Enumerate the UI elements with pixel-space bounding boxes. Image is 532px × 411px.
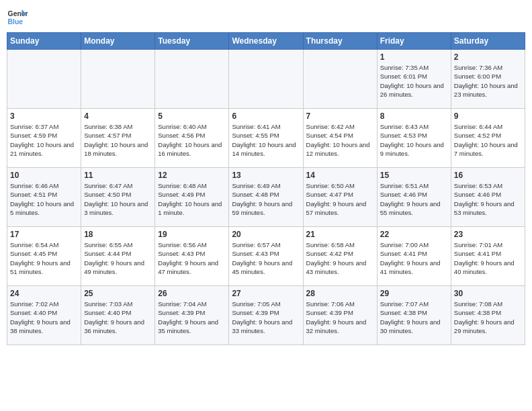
calendar-cell: 30Sunrise: 7:08 AM Sunset: 4:38 PM Dayli…	[451, 286, 525, 345]
calendar-week-4: 17Sunrise: 6:54 AM Sunset: 4:45 PM Dayli…	[7, 227, 525, 286]
day-info: Sunrise: 6:37 AM Sunset: 4:59 PM Dayligh…	[10, 122, 78, 158]
weekday-header-sunday: Sunday	[7, 33, 81, 50]
day-info: Sunrise: 6:58 AM Sunset: 4:42 PM Dayligh…	[306, 240, 374, 276]
day-info: Sunrise: 6:55 AM Sunset: 4:44 PM Dayligh…	[84, 240, 152, 276]
calendar-cell: 29Sunrise: 7:07 AM Sunset: 4:38 PM Dayli…	[377, 286, 451, 345]
day-info: Sunrise: 7:03 AM Sunset: 4:40 PM Dayligh…	[84, 300, 152, 335]
weekday-header-friday: Friday	[377, 33, 451, 50]
weekday-header-tuesday: Tuesday	[155, 33, 229, 50]
day-number: 19	[158, 230, 226, 239]
day-number: 7	[306, 111, 374, 121]
calendar-cell: 15Sunrise: 6:51 AM Sunset: 4:46 PM Dayli…	[377, 168, 451, 227]
day-number: 8	[380, 111, 448, 121]
day-info: Sunrise: 6:42 AM Sunset: 4:54 PM Dayligh…	[306, 122, 374, 158]
day-number: 2	[454, 52, 522, 62]
weekday-header-saturday: Saturday	[451, 33, 525, 50]
calendar-cell: 12Sunrise: 6:48 AM Sunset: 4:49 PM Dayli…	[155, 168, 229, 227]
day-info: Sunrise: 6:49 AM Sunset: 4:48 PM Dayligh…	[232, 181, 300, 217]
calendar-cell: 20Sunrise: 6:57 AM Sunset: 4:43 PM Dayli…	[229, 227, 303, 286]
day-info: Sunrise: 7:08 AM Sunset: 4:38 PM Dayligh…	[454, 300, 522, 335]
day-number: 29	[380, 289, 448, 298]
day-number: 5	[158, 111, 226, 121]
calendar-body: 1Sunrise: 7:35 AM Sunset: 6:01 PM Daylig…	[7, 50, 525, 345]
day-info: Sunrise: 6:50 AM Sunset: 4:47 PM Dayligh…	[306, 181, 374, 217]
day-info: Sunrise: 6:51 AM Sunset: 4:46 PM Dayligh…	[380, 181, 448, 217]
calendar-cell: 9Sunrise: 6:44 AM Sunset: 4:52 PM Daylig…	[451, 109, 525, 168]
day-info: Sunrise: 7:04 AM Sunset: 4:39 PM Dayligh…	[158, 300, 226, 335]
calendar-cell: 19Sunrise: 6:56 AM Sunset: 4:43 PM Dayli…	[155, 227, 229, 286]
calendar-cell: 13Sunrise: 6:49 AM Sunset: 4:48 PM Dayli…	[229, 168, 303, 227]
weekday-header-thursday: Thursday	[303, 33, 377, 50]
calendar-cell: 24Sunrise: 7:02 AM Sunset: 4:40 PM Dayli…	[7, 286, 81, 345]
day-info: Sunrise: 6:56 AM Sunset: 4:43 PM Dayligh…	[158, 240, 226, 276]
day-info: Sunrise: 6:43 AM Sunset: 4:53 PM Dayligh…	[380, 122, 448, 158]
day-number: 26	[158, 289, 226, 298]
day-number: 14	[306, 171, 374, 180]
calendar-cell: 2Sunrise: 7:36 AM Sunset: 6:00 PM Daylig…	[451, 50, 525, 109]
calendar-cell: 28Sunrise: 7:06 AM Sunset: 4:39 PM Dayli…	[303, 286, 377, 345]
calendar-cell: 25Sunrise: 7:03 AM Sunset: 4:40 PM Dayli…	[81, 286, 155, 345]
logo-icon: General Blue	[7, 7, 28, 28]
day-number: 28	[306, 289, 374, 298]
day-info: Sunrise: 6:54 AM Sunset: 4:45 PM Dayligh…	[10, 240, 78, 276]
day-info: Sunrise: 6:48 AM Sunset: 4:49 PM Dayligh…	[158, 181, 226, 217]
header: General Blue	[7, 7, 525, 28]
calendar-week-1: 1Sunrise: 7:35 AM Sunset: 6:01 PM Daylig…	[7, 50, 525, 109]
calendar-cell	[229, 50, 303, 109]
day-number: 12	[158, 171, 226, 180]
day-info: Sunrise: 6:57 AM Sunset: 4:43 PM Dayligh…	[232, 240, 300, 276]
day-number: 10	[10, 171, 78, 180]
day-info: Sunrise: 7:02 AM Sunset: 4:40 PM Dayligh…	[10, 300, 78, 335]
calendar-cell: 7Sunrise: 6:42 AM Sunset: 4:54 PM Daylig…	[303, 109, 377, 168]
day-number: 25	[84, 289, 152, 298]
calendar-week-3: 10Sunrise: 6:46 AM Sunset: 4:51 PM Dayli…	[7, 168, 525, 227]
day-info: Sunrise: 6:53 AM Sunset: 4:46 PM Dayligh…	[454, 181, 522, 217]
day-info: Sunrise: 7:06 AM Sunset: 4:39 PM Dayligh…	[306, 300, 374, 335]
calendar-cell: 17Sunrise: 6:54 AM Sunset: 4:45 PM Dayli…	[7, 227, 81, 286]
calendar-cell	[303, 50, 377, 109]
calendar-cell: 11Sunrise: 6:47 AM Sunset: 4:50 PM Dayli…	[81, 168, 155, 227]
day-number: 9	[454, 111, 522, 121]
svg-text:Blue: Blue	[8, 18, 24, 26]
day-info: Sunrise: 6:47 AM Sunset: 4:50 PM Dayligh…	[84, 181, 152, 217]
weekday-header-monday: Monday	[81, 33, 155, 50]
calendar-cell: 6Sunrise: 6:41 AM Sunset: 4:55 PM Daylig…	[229, 109, 303, 168]
day-info: Sunrise: 7:35 AM Sunset: 6:01 PM Dayligh…	[380, 63, 448, 99]
day-info: Sunrise: 7:05 AM Sunset: 4:39 PM Dayligh…	[232, 300, 300, 335]
calendar-cell: 18Sunrise: 6:55 AM Sunset: 4:44 PM Dayli…	[81, 227, 155, 286]
calendar-cell: 8Sunrise: 6:43 AM Sunset: 4:53 PM Daylig…	[377, 109, 451, 168]
day-info: Sunrise: 6:38 AM Sunset: 4:57 PM Dayligh…	[84, 122, 152, 158]
calendar-table: SundayMondayTuesdayWednesdayThursdayFrid…	[7, 32, 525, 345]
calendar-week-2: 3Sunrise: 6:37 AM Sunset: 4:59 PM Daylig…	[7, 109, 525, 168]
day-number: 24	[10, 289, 78, 298]
calendar-cell: 3Sunrise: 6:37 AM Sunset: 4:59 PM Daylig…	[7, 109, 81, 168]
day-number: 1	[380, 52, 448, 62]
calendar-cell	[155, 50, 229, 109]
day-info: Sunrise: 7:36 AM Sunset: 6:00 PM Dayligh…	[454, 63, 522, 99]
day-number: 6	[232, 111, 300, 121]
day-number: 13	[232, 171, 300, 180]
day-number: 27	[232, 289, 300, 298]
day-number: 4	[84, 111, 152, 121]
day-number: 23	[454, 230, 522, 239]
calendar-cell: 26Sunrise: 7:04 AM Sunset: 4:39 PM Dayli…	[155, 286, 229, 345]
calendar-cell: 21Sunrise: 6:58 AM Sunset: 4:42 PM Dayli…	[303, 227, 377, 286]
day-number: 3	[10, 111, 78, 121]
day-info: Sunrise: 6:44 AM Sunset: 4:52 PM Dayligh…	[454, 122, 522, 158]
calendar-cell: 4Sunrise: 6:38 AM Sunset: 4:57 PM Daylig…	[81, 109, 155, 168]
day-number: 21	[306, 230, 374, 239]
day-info: Sunrise: 6:40 AM Sunset: 4:56 PM Dayligh…	[158, 122, 226, 158]
day-info: Sunrise: 6:46 AM Sunset: 4:51 PM Dayligh…	[10, 181, 78, 217]
calendar-cell: 14Sunrise: 6:50 AM Sunset: 4:47 PM Dayli…	[303, 168, 377, 227]
day-number: 30	[454, 289, 522, 298]
calendar-cell: 5Sunrise: 6:40 AM Sunset: 4:56 PM Daylig…	[155, 109, 229, 168]
day-info: Sunrise: 7:01 AM Sunset: 4:41 PM Dayligh…	[454, 240, 522, 276]
day-number: 15	[380, 171, 448, 180]
day-info: Sunrise: 7:00 AM Sunset: 4:41 PM Dayligh…	[380, 240, 448, 276]
logo: General Blue	[7, 7, 28, 28]
day-number: 17	[10, 230, 78, 239]
calendar-cell: 22Sunrise: 7:00 AM Sunset: 4:41 PM Dayli…	[377, 227, 451, 286]
day-number: 22	[380, 230, 448, 239]
day-number: 11	[84, 171, 152, 180]
calendar-cell	[7, 50, 81, 109]
